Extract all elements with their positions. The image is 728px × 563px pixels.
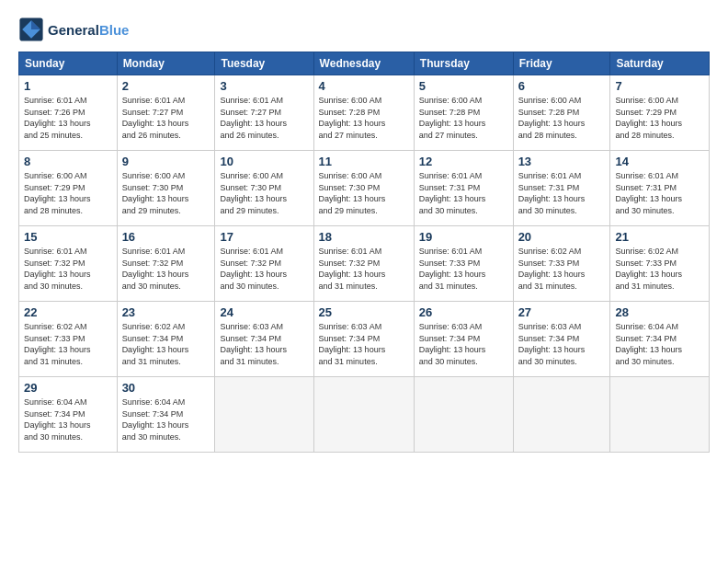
table-row: 16Sunrise: 6:01 AM Sunset: 7:32 PM Dayli… (117, 226, 215, 302)
day-detail: Sunrise: 6:03 AM Sunset: 7:34 PM Dayligh… (220, 321, 308, 367)
table-row: 24Sunrise: 6:03 AM Sunset: 7:34 PM Dayli… (215, 302, 313, 377)
day-number: 25 (319, 305, 409, 319)
day-number: 26 (419, 305, 508, 319)
day-number: 17 (220, 230, 308, 244)
day-detail: Sunrise: 6:03 AM Sunset: 7:34 PM Dayligh… (419, 321, 508, 367)
day-detail: Sunrise: 6:01 AM Sunset: 7:26 PM Dayligh… (24, 95, 112, 141)
logo: GeneralBlue (18, 17, 129, 42)
day-number: 8 (24, 155, 112, 168)
day-detail: Sunrise: 6:04 AM Sunset: 7:34 PM Dayligh… (615, 321, 704, 367)
day-detail: Sunrise: 6:02 AM Sunset: 7:34 PM Dayligh… (122, 321, 210, 367)
table-row: 17Sunrise: 6:01 AM Sunset: 7:32 PM Dayli… (215, 226, 313, 302)
day-detail: Sunrise: 6:01 AM Sunset: 7:33 PM Dayligh… (419, 246, 508, 292)
day-number: 6 (518, 79, 606, 93)
table-row: 23Sunrise: 6:02 AM Sunset: 7:34 PM Dayli… (117, 302, 215, 377)
day-number: 21 (615, 230, 704, 244)
table-row: 15Sunrise: 6:01 AM Sunset: 7:32 PM Dayli… (19, 226, 118, 302)
table-row: 29Sunrise: 6:04 AM Sunset: 7:34 PM Dayli… (19, 377, 118, 453)
day-number: 27 (518, 305, 606, 319)
table-row (414, 377, 513, 453)
calendar-week-row: 15Sunrise: 6:01 AM Sunset: 7:32 PM Dayli… (19, 226, 710, 302)
calendar-week-row: 1Sunrise: 6:01 AM Sunset: 7:26 PM Daylig… (19, 75, 710, 151)
table-row: 18Sunrise: 6:01 AM Sunset: 7:32 PM Dayli… (313, 226, 414, 302)
header: GeneralBlue (18, 17, 710, 42)
day-detail: Sunrise: 6:01 AM Sunset: 7:27 PM Dayligh… (220, 95, 308, 141)
day-number: 12 (419, 155, 508, 168)
day-number: 19 (419, 230, 508, 244)
day-number: 18 (319, 230, 409, 244)
calendar-week-row: 8Sunrise: 6:00 AM Sunset: 7:29 PM Daylig… (19, 151, 710, 226)
calendar-table: Sunday Monday Tuesday Wednesday Thursday… (18, 52, 710, 453)
day-number: 13 (518, 155, 606, 168)
day-number: 20 (518, 230, 606, 244)
col-sunday: Sunday (19, 52, 118, 75)
day-number: 1 (24, 79, 112, 93)
table-row (313, 377, 414, 453)
day-detail: Sunrise: 6:03 AM Sunset: 7:34 PM Dayligh… (518, 321, 606, 367)
table-row: 20Sunrise: 6:02 AM Sunset: 7:33 PM Dayli… (513, 226, 610, 302)
table-row: 22Sunrise: 6:02 AM Sunset: 7:33 PM Dayli… (19, 302, 118, 377)
table-row: 6Sunrise: 6:00 AM Sunset: 7:28 PM Daylig… (513, 75, 610, 151)
day-number: 10 (220, 155, 308, 168)
day-number: 3 (220, 79, 308, 93)
table-row: 1Sunrise: 6:01 AM Sunset: 7:26 PM Daylig… (19, 75, 118, 151)
table-row: 30Sunrise: 6:04 AM Sunset: 7:34 PM Dayli… (117, 377, 215, 453)
table-row: 3Sunrise: 6:01 AM Sunset: 7:27 PM Daylig… (215, 75, 313, 151)
day-number: 4 (319, 79, 409, 93)
day-number: 11 (319, 155, 409, 168)
table-row: 13Sunrise: 6:01 AM Sunset: 7:31 PM Dayli… (513, 151, 610, 226)
day-detail: Sunrise: 6:01 AM Sunset: 7:32 PM Dayligh… (24, 246, 112, 292)
table-row: 27Sunrise: 6:03 AM Sunset: 7:34 PM Dayli… (513, 302, 610, 377)
day-detail: Sunrise: 6:01 AM Sunset: 7:32 PM Dayligh… (319, 246, 409, 292)
day-number: 30 (122, 381, 210, 395)
day-number: 29 (24, 381, 112, 395)
day-detail: Sunrise: 6:01 AM Sunset: 7:27 PM Dayligh… (122, 95, 210, 141)
table-row: 21Sunrise: 6:02 AM Sunset: 7:33 PM Dayli… (610, 226, 710, 302)
col-saturday: Saturday (610, 52, 710, 75)
day-detail: Sunrise: 6:00 AM Sunset: 7:28 PM Dayligh… (518, 95, 606, 141)
table-row: 25Sunrise: 6:03 AM Sunset: 7:34 PM Dayli… (313, 302, 414, 377)
day-detail: Sunrise: 6:00 AM Sunset: 7:30 PM Dayligh… (122, 170, 210, 216)
day-number: 5 (419, 79, 508, 93)
day-detail: Sunrise: 6:01 AM Sunset: 7:31 PM Dayligh… (518, 170, 606, 216)
day-detail: Sunrise: 6:02 AM Sunset: 7:33 PM Dayligh… (24, 321, 112, 367)
day-number: 2 (122, 79, 210, 93)
day-number: 23 (122, 305, 210, 319)
day-number: 7 (615, 79, 704, 93)
calendar-week-row: 22Sunrise: 6:02 AM Sunset: 7:33 PM Dayli… (19, 302, 710, 377)
general-blue-icon (18, 17, 44, 42)
day-number: 28 (615, 305, 704, 319)
day-number: 9 (122, 155, 210, 168)
calendar-header-row: Sunday Monday Tuesday Wednesday Thursday… (19, 52, 710, 75)
day-number: 22 (24, 305, 112, 319)
day-detail: Sunrise: 6:04 AM Sunset: 7:34 PM Dayligh… (24, 396, 112, 442)
table-row: 14Sunrise: 6:01 AM Sunset: 7:31 PM Dayli… (610, 151, 710, 226)
col-wednesday: Wednesday (313, 52, 414, 75)
day-detail: Sunrise: 6:00 AM Sunset: 7:28 PM Dayligh… (319, 95, 409, 141)
table-row: 5Sunrise: 6:00 AM Sunset: 7:28 PM Daylig… (414, 75, 513, 151)
table-row (513, 377, 610, 453)
day-detail: Sunrise: 6:04 AM Sunset: 7:34 PM Dayligh… (122, 396, 210, 442)
table-row (610, 377, 710, 453)
day-number: 16 (122, 230, 210, 244)
table-row: 26Sunrise: 6:03 AM Sunset: 7:34 PM Dayli… (414, 302, 513, 377)
table-row: 7Sunrise: 6:00 AM Sunset: 7:29 PM Daylig… (610, 75, 710, 151)
day-detail: Sunrise: 6:01 AM Sunset: 7:31 PM Dayligh… (419, 170, 508, 216)
day-detail: Sunrise: 6:00 AM Sunset: 7:30 PM Dayligh… (319, 170, 409, 216)
day-detail: Sunrise: 6:00 AM Sunset: 7:29 PM Dayligh… (615, 95, 704, 141)
calendar-week-row: 29Sunrise: 6:04 AM Sunset: 7:34 PM Dayli… (19, 377, 710, 453)
table-row: 12Sunrise: 6:01 AM Sunset: 7:31 PM Dayli… (414, 151, 513, 226)
day-detail: Sunrise: 6:00 AM Sunset: 7:29 PM Dayligh… (24, 170, 112, 216)
col-thursday: Thursday (414, 52, 513, 75)
day-detail: Sunrise: 6:01 AM Sunset: 7:31 PM Dayligh… (615, 170, 704, 216)
day-detail: Sunrise: 6:01 AM Sunset: 7:32 PM Dayligh… (122, 246, 210, 292)
day-detail: Sunrise: 6:03 AM Sunset: 7:34 PM Dayligh… (319, 321, 409, 367)
page: GeneralBlue Sunday Monday Tuesday Wednes… (0, 0, 728, 563)
table-row: 10Sunrise: 6:00 AM Sunset: 7:30 PM Dayli… (215, 151, 313, 226)
table-row: 28Sunrise: 6:04 AM Sunset: 7:34 PM Dayli… (610, 302, 710, 377)
day-detail: Sunrise: 6:02 AM Sunset: 7:33 PM Dayligh… (615, 246, 704, 292)
day-number: 24 (220, 305, 308, 319)
table-row: 2Sunrise: 6:01 AM Sunset: 7:27 PM Daylig… (117, 75, 215, 151)
day-detail: Sunrise: 6:02 AM Sunset: 7:33 PM Dayligh… (518, 246, 606, 292)
day-detail: Sunrise: 6:01 AM Sunset: 7:32 PM Dayligh… (220, 246, 308, 292)
